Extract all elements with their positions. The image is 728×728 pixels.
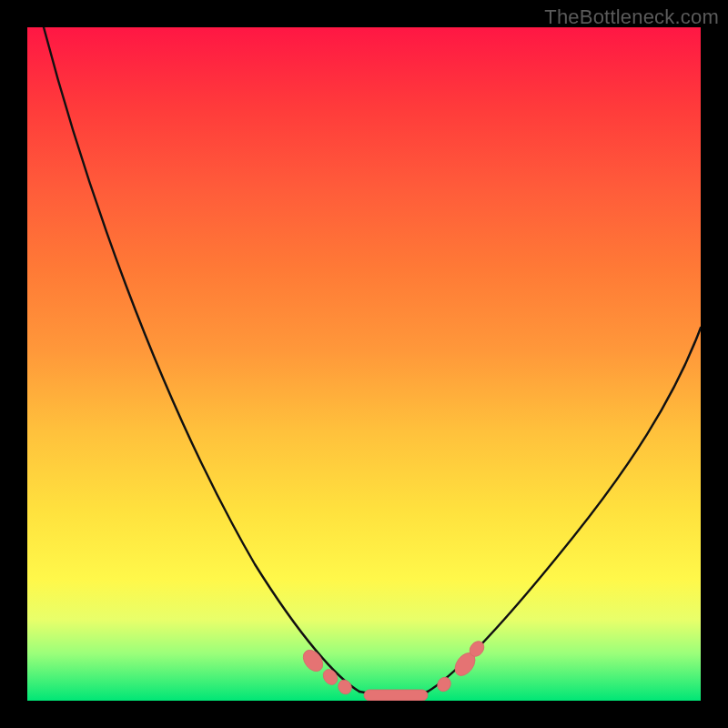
outer-frame: TheBottleneck.com (0, 0, 728, 728)
bead-marker (299, 646, 327, 675)
bead-marker-long (364, 690, 428, 701)
curve-right-arm (428, 328, 701, 692)
curve-left-arm (44, 27, 359, 692)
plot-area (27, 27, 701, 701)
bead-marker (336, 678, 354, 697)
bottleneck-curve (27, 27, 701, 701)
bead-marker (320, 667, 340, 688)
watermark-text: TheBottleneck.com (544, 5, 719, 29)
bead-marker (435, 675, 453, 694)
